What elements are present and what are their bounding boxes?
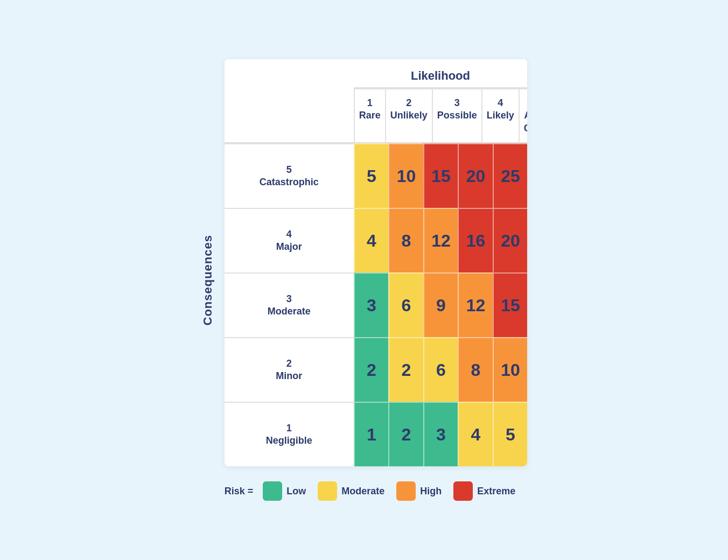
col-header: 3Possible — [432, 89, 481, 143]
likelihood-title: Likelihood — [354, 59, 528, 88]
data-cell: 2 — [388, 337, 423, 402]
data-cell: 6 — [388, 272, 423, 337]
legend-item-label: Extreme — [477, 486, 515, 497]
consequences-label: Consequences — [201, 235, 215, 326]
legend: Risk = LowModerateHighExtreme — [225, 481, 528, 501]
data-cell: 6 — [423, 337, 458, 402]
data-cell: 2 — [354, 337, 389, 402]
data-cell: 1 — [354, 402, 389, 466]
data-cell: 4 — [354, 208, 389, 272]
data-cell: 15 — [493, 272, 528, 337]
legend-item-label: Low — [286, 486, 306, 497]
col-header: 4Likely — [481, 89, 519, 143]
data-cell: 2 — [388, 402, 423, 466]
data-cell: 20 — [493, 208, 528, 272]
table-row: 5Catastrophic510152025 — [225, 143, 528, 208]
legend-swatch — [318, 481, 337, 501]
data-cell: 10 — [493, 337, 528, 402]
legend-item: Low — [263, 481, 306, 501]
matrix-table: Likelihood 1Rare2Unlikely3Possible4Likel… — [225, 59, 528, 466]
legend-swatch — [396, 481, 416, 501]
data-rows: 5Catastrophic5101520254Major481216203Mod… — [225, 143, 528, 466]
data-cell: 4 — [458, 402, 493, 466]
likelihood-header-row: Likelihood — [225, 59, 528, 89]
data-cell: 12 — [458, 272, 493, 337]
row-header: 2Minor — [225, 337, 354, 402]
row-header: 1Negligible — [225, 402, 354, 466]
data-cell: 16 — [458, 208, 493, 272]
legend-item: High — [396, 481, 442, 501]
legend-swatch — [453, 481, 473, 501]
data-cell: 3 — [423, 402, 458, 466]
likelihood-title-cell — [225, 59, 354, 89]
col-header: 5Almost Certain — [519, 89, 527, 143]
data-cell: 9 — [423, 272, 458, 337]
table-row: 3Moderate3691215 — [225, 272, 528, 337]
row-header: 5Catastrophic — [225, 143, 354, 208]
legend-item: Extreme — [453, 481, 515, 501]
matrix-wrapper: Consequences Likelihood 1Rare2Unlikely3P… — [201, 59, 528, 501]
data-cell: 3 — [354, 272, 389, 337]
legend-item: Moderate — [318, 481, 384, 501]
col-header: 1Rare — [354, 89, 385, 143]
data-cell: 10 — [388, 143, 423, 208]
data-cell: 25 — [493, 143, 528, 208]
col-header: 2Unlikely — [385, 89, 432, 143]
table-row: 4Major48121620 — [225, 208, 528, 272]
data-cell: 8 — [388, 208, 423, 272]
legend-swatch — [263, 481, 282, 501]
matrix-inner: Likelihood 1Rare2Unlikely3Possible4Likel… — [225, 59, 528, 501]
legend-item-label: High — [420, 486, 442, 497]
table-row: 1Negligible12345 — [225, 402, 528, 466]
table-row: 2Minor226810 — [225, 337, 528, 402]
data-cell: 5 — [493, 402, 528, 466]
col-headers-row: 1Rare2Unlikely3Possible4Likely5Almost Ce… — [225, 89, 528, 143]
data-cell: 5 — [354, 143, 389, 208]
row-header: 3Moderate — [225, 272, 354, 337]
legend-risk-label: Risk = — [225, 486, 254, 497]
data-cell: 12 — [423, 208, 458, 272]
data-cell: 8 — [458, 337, 493, 402]
page-container: Consequences Likelihood 1Rare2Unlikely3P… — [0, 0, 728, 560]
row-header: 4Major — [225, 208, 354, 272]
data-cell: 15 — [423, 143, 458, 208]
col-header-spacer — [225, 89, 354, 143]
legend-item-label: Moderate — [341, 486, 384, 497]
data-cell: 20 — [458, 143, 493, 208]
